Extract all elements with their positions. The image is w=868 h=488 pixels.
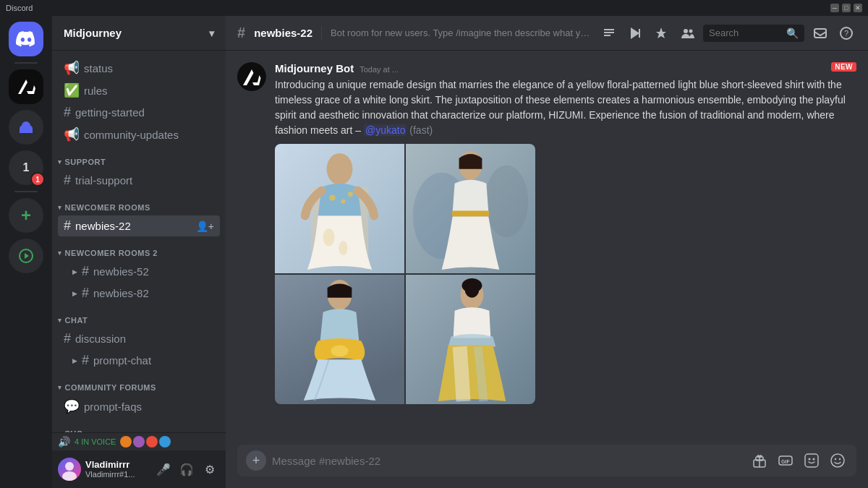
- message-input[interactable]: [272, 455, 744, 467]
- svg-point-20: [330, 195, 336, 201]
- collapse-arrow-prompt: ▶: [72, 357, 77, 364]
- channel-item-newbies-52[interactable]: ▶ # newbies-52: [58, 261, 220, 282]
- sticker-button[interactable]: [801, 450, 822, 471]
- svg-point-19: [327, 153, 353, 185]
- inbox-button[interactable]: [810, 23, 830, 43]
- explore-servers-button[interactable]: [9, 239, 43, 273]
- settings-button[interactable]: ⚙: [200, 459, 220, 479]
- channel-item-discussion[interactable]: # discussion: [58, 328, 220, 349]
- volume-icon: 🔊: [58, 436, 70, 448]
- hash-icon-newbies52: #: [82, 264, 89, 279]
- server-icon-notification[interactable]: 1: [9, 150, 43, 185]
- headphone-button[interactable]: 🎧: [176, 459, 197, 479]
- minimize-button[interactable]: ─: [830, 4, 839, 12]
- help-button[interactable]: ?: [836, 23, 856, 43]
- server-icon-discord[interactable]: [9, 22, 43, 56]
- hash-icon-trial: #: [64, 173, 71, 188]
- mute-button[interactable]: [625, 23, 645, 43]
- voice-avatar-1: [120, 436, 132, 448]
- category-newcomer-rooms-2-label: NEWCOMER ROOMS 2: [65, 249, 158, 257]
- announce-icon: 📢: [64, 60, 80, 76]
- svg-point-47: [839, 458, 841, 460]
- server-icon-cloud[interactable]: [9, 110, 43, 145]
- gif-button[interactable]: GIF: [775, 450, 796, 471]
- image-cell-2[interactable]: [406, 144, 535, 273]
- user-area: Vladimirrr Vladimirrr#1... 🎤 🎧 ⚙: [52, 450, 226, 488]
- search-input[interactable]: [709, 27, 782, 38]
- voice-avatars: [120, 436, 171, 448]
- main-content: # newbies-22 Bot room for new users. Typ…: [226, 16, 868, 488]
- svg-point-32: [331, 345, 349, 356]
- check-icon: ✅: [64, 82, 80, 98]
- user-name: Vladimirrr: [85, 459, 149, 471]
- channel-item-getting-started[interactable]: # getting-started: [58, 102, 220, 123]
- server-sidebar: 1 +: [0, 16, 52, 488]
- members-button[interactable]: [677, 23, 697, 43]
- chat-input-box[interactable]: +: [237, 445, 856, 476]
- svg-point-24: [339, 241, 348, 255]
- user-avatar: [58, 458, 81, 481]
- emoji-button[interactable]: [827, 450, 848, 471]
- category-chat[interactable]: ▾ CHAT: [52, 304, 226, 328]
- add-member-icon: 👤+: [196, 221, 214, 232]
- gift-button[interactable]: [749, 450, 770, 471]
- microphone-button[interactable]: 🎤: [153, 459, 174, 479]
- channel-header-name: newbies-22: [254, 27, 312, 39]
- hash-icon-discussion: #: [64, 331, 71, 346]
- message-midjourney: NEW Midjourney Bot Today at ... Introduc…: [237, 62, 856, 404]
- svg-point-27: [485, 166, 528, 237]
- chat-input-actions: GIF: [749, 450, 848, 471]
- pin-button[interactable]: [651, 23, 671, 43]
- add-attachment-button[interactable]: +: [246, 450, 266, 471]
- message-content: Midjourney Bot Today at ... Introducing …: [275, 62, 856, 404]
- messages-area[interactable]: NEW Midjourney Bot Today at ... Introduc…: [226, 51, 868, 445]
- hash-icon: #: [64, 105, 71, 120]
- titlebar-controls[interactable]: ─ □ ✕: [830, 4, 862, 12]
- server-dropdown-icon: ▾: [209, 27, 214, 39]
- svg-rect-29: [452, 210, 490, 216]
- hash-icon-prompt-chat: #: [82, 353, 89, 368]
- server-header[interactable]: Midjourney ▾: [52, 16, 226, 51]
- category-newcomer-rooms-label: NEWCOMER ROOMS: [65, 203, 150, 212]
- image-cell-3[interactable]: [275, 275, 404, 404]
- svg-point-12: [689, 29, 693, 33]
- threads-button[interactable]: [599, 23, 619, 43]
- image-cell-4[interactable]: [406, 275, 535, 404]
- close-button[interactable]: ✕: [854, 4, 862, 12]
- header-divider: [321, 26, 322, 40]
- category-newcomer-rooms-2[interactable]: ▾ NEWCOMER ROOMS 2: [52, 237, 226, 260]
- announce-icon-2: 📢: [64, 127, 80, 142]
- category-newcomer-rooms[interactable]: ▾ NEWCOMER ROOMS: [52, 192, 226, 215]
- add-server-button[interactable]: +: [9, 198, 43, 233]
- svg-point-43: [809, 458, 811, 461]
- channel-item-rules[interactable]: ✅ rules: [58, 80, 220, 101]
- server-name: Midjourney: [64, 27, 122, 39]
- channel-item-prompt-faqs[interactable]: 💬 prompt-faqs: [58, 395, 220, 417]
- svg-point-8: [65, 462, 74, 471]
- titlebar: Discord ─ □ ✕: [0, 0, 868, 16]
- svg-point-22: [348, 192, 353, 197]
- image-cell-1[interactable]: [275, 144, 404, 273]
- app-layout: 1 + Midjourney ▾ 📢 status: [0, 16, 868, 488]
- titlebar-left: Discord: [6, 4, 33, 12]
- category-community-forums[interactable]: ▾ COMMUNITY FORUMS: [52, 372, 226, 395]
- svg-point-46: [835, 458, 836, 460]
- channel-item-trial-support[interactable]: # trial-support: [58, 170, 220, 191]
- channel-item-community-updates[interactable]: 📢 community-updates: [58, 124, 220, 145]
- chevron-icon-3: ▾: [58, 249, 62, 257]
- message-header: Midjourney Bot Today at ...: [275, 62, 856, 74]
- maximize-button[interactable]: □: [842, 4, 851, 12]
- server-icon-midjourney[interactable]: [9, 69, 43, 104]
- search-box[interactable]: 🔍: [703, 25, 804, 42]
- category-sho[interactable]: ▾ SHO...: [52, 418, 226, 432]
- message-body: Introducing a unique remade design that …: [275, 79, 846, 136]
- category-support[interactable]: ▾ SUPPORT: [52, 146, 226, 169]
- channel-item-newbies-82[interactable]: ▶ # newbies-82: [58, 283, 220, 304]
- channel-item-newbies-22[interactable]: # newbies-22 👤+: [58, 215, 220, 236]
- chat-input-area: +: [226, 445, 868, 488]
- svg-point-36: [465, 281, 480, 298]
- channel-item-prompt-chat[interactable]: ▶ # prompt-chat: [58, 350, 220, 371]
- channel-item-status[interactable]: 📢 status: [58, 57, 220, 79]
- collapse-arrow-52: ▶: [72, 268, 77, 275]
- svg-point-11: [684, 29, 688, 33]
